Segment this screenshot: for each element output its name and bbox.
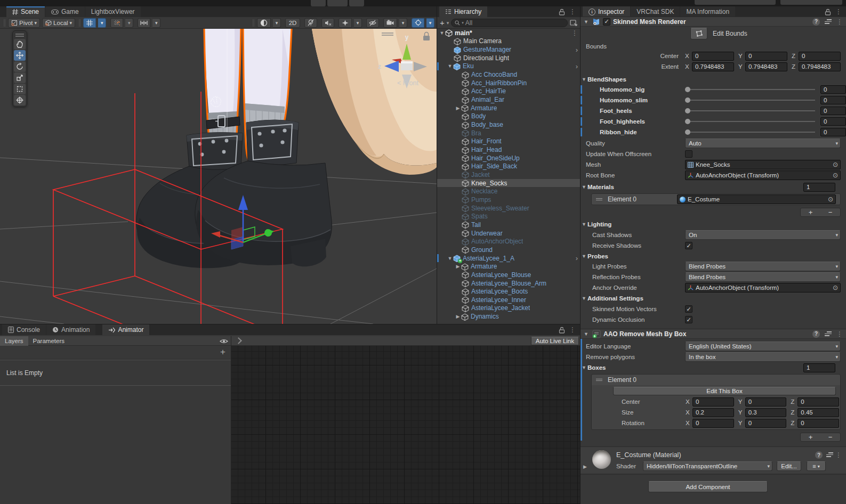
panel-kebab[interactable]: ⋮ [835,8,842,15]
materials-count-field[interactable]: 1 [803,183,835,192]
blendshape-slider[interactable] [685,121,815,122]
hierarchy-row[interactable]: + Body [437,112,580,121]
object-picker-icon[interactable]: ⊙ [832,172,839,179]
hierarchy-row[interactable]: ▼ + Eku › [437,62,580,71]
layers-dropdown-remnant[interactable] [695,0,776,5]
scale-tool[interactable] [14,72,26,83]
hierarchy-row[interactable]: + AsteriaLycee_Boots [437,287,580,296]
panel-kebab[interactable]: ⋮ [569,8,576,15]
add-layer-button[interactable]: + [220,347,225,357]
blendshape-value-field[interactable]: 0 [820,128,846,136]
hierarchy-row[interactable]: + Pumps [437,196,580,204]
foldout-icon[interactable]: ▼ [581,184,587,190]
blendshape-value-field[interactable]: 0 [820,96,846,104]
slider-knob[interactable] [685,119,690,124]
slider-knob[interactable] [685,129,690,135]
slider-knob[interactable] [685,108,690,113]
auto-live-link-button[interactable]: Auto Live Link [531,337,579,345]
toolbar-remnant-button[interactable] [311,0,326,6]
scene-camera-button[interactable] [383,18,397,28]
center-y-field[interactable]: 0 [745,52,787,61]
blendshape-slider[interactable] [685,100,815,101]
hierarchy-row[interactable]: + Ground [437,246,580,254]
box-center-z-field[interactable]: 0 [797,397,839,407]
hierarchy-row[interactable]: + Acc_HairTie [437,87,580,96]
layers-tab[interactable]: Layers [0,336,28,346]
foldout-arrow[interactable]: ▼ [447,63,453,69]
foldout-icon[interactable]: ▼ [581,254,587,259]
toolbar-remnant-button[interactable] [349,0,364,6]
presets-icon[interactable] [825,19,832,24]
hierarchy-row[interactable]: + Body_base [437,120,580,129]
prefab-open-chevron[interactable]: › [576,63,578,70]
prefab-open-chevron[interactable]: › [576,46,578,53]
smr-component-header[interactable]: ▼ ✓ Skinned Mesh Renderer ? ⋮ [581,17,846,27]
box-rotation-z-field[interactable]: 0 [797,419,839,428]
probes-header-row[interactable]: ▼ Probes [581,251,841,261]
blendshapes-header-row[interactable]: ▼ BlendShapes [581,75,841,84]
extent-y-field[interactable]: 0.7948483 [745,62,787,71]
skinned-motion-vectors-checkbox[interactable]: ✓ [685,305,692,313]
pivot-dropdown[interactable]: Pivot ▾ [8,18,40,28]
eye-icon[interactable] [220,338,228,344]
mesh-object-field[interactable]: Knee_Socks ⊙ [685,160,841,169]
shader-list-button[interactable]: ≡▾ [807,461,826,471]
light-probes-dropdown[interactable]: Blend Probes▾ [685,262,841,271]
presets-icon[interactable] [825,331,832,336]
box-rotation-x-field[interactable]: 0 [692,419,734,428]
editor-language-dropdown[interactable]: English (United States)▾ [685,342,841,351]
help-icon[interactable]: ? [812,330,820,338]
blendshape-slider[interactable] [685,110,815,111]
tab-game[interactable]: Game [45,6,85,17]
center-z-field[interactable]: 0 [799,52,841,61]
box-center-x-field[interactable]: 0 [692,397,734,407]
foldout-arrow[interactable]: ▼ [447,256,453,261]
object-picker-icon[interactable]: ⊙ [832,284,839,291]
root-bone-object-field[interactable]: AutoAnchorObject (Transform) ⊙ [685,170,841,180]
box-element-header[interactable]: Element 0 [592,375,840,385]
shading-mode-button[interactable] [257,18,271,28]
tab-hierarchy[interactable]: Hierarchy [439,6,487,17]
dynamic-occlusion-checkbox[interactable]: ✓ [685,316,692,323]
help-icon[interactable]: ? [812,18,820,26]
prefab-open-chevron[interactable]: › [576,255,578,262]
extent-z-field[interactable]: 0.7948483 [799,62,841,71]
box-size-z-field[interactable]: 0.45 [797,408,839,417]
hierarchy-row[interactable]: + Hair_Front [437,137,580,146]
rect-tool[interactable] [14,84,26,94]
tab-lightboxviewer[interactable]: LightboxViewer [85,6,141,17]
object-picker-icon[interactable]: ⊙ [827,196,834,203]
blendshape-value-field[interactable]: 0 [820,117,846,126]
foldout-icon[interactable]: ▼ [581,222,587,227]
slider-knob[interactable] [685,97,690,103]
scene-viewport[interactable]: y z < Front [0,29,437,324]
hierarchy-row[interactable]: + Sleeveless_Sweater [437,204,580,213]
toolbar-remnant-button[interactable] [327,0,348,6]
tab-console[interactable]: Console [2,324,46,335]
edit-bounds-button[interactable] [690,28,707,39]
reflection-probes-dropdown[interactable]: Blend Probes▾ [685,272,841,282]
shading-mode-caret[interactable]: ▾ [273,18,281,28]
blendshape-value-field[interactable]: 0 [820,85,846,94]
hierarchy-row[interactable]: + Hair_Head [437,145,580,154]
foldout-icon[interactable]: ▼ [583,331,590,337]
anchor-override-object-field[interactable]: AutoAnchorObject (Transform) ⊙ [685,283,841,292]
create-object-button[interactable]: + [440,19,445,27]
component-kebab[interactable]: ⋮ [836,330,843,338]
move-tool[interactable] [14,50,26,61]
drag-handle-icon[interactable] [596,198,602,200]
tab-animator[interactable]: Animator [102,324,149,335]
scene-picker-icon[interactable] [570,19,577,26]
hierarchy-search-input[interactable]: ▾ All [451,19,568,27]
hierarchy-row[interactable]: + Acc ChocoBand [437,70,580,79]
hierarchy-row[interactable]: ▶ + Armature [437,104,580,112]
material-object-field[interactable]: E_Costume ⊙ [677,194,836,204]
boxes-header-row[interactable]: ▼ Boxes 1 [581,363,841,372]
snap-increment-button[interactable] [138,18,150,28]
remove-polygons-dropdown[interactable]: In the box▾ [685,352,841,362]
animator-graph-area[interactable] [231,346,580,504]
remove-element-button[interactable]: − [820,433,840,441]
hierarchy-row[interactable]: + GestureManager › [437,45,580,54]
lock-icon[interactable] [559,327,565,334]
receive-shadows-checkbox[interactable]: ✓ [685,242,692,249]
